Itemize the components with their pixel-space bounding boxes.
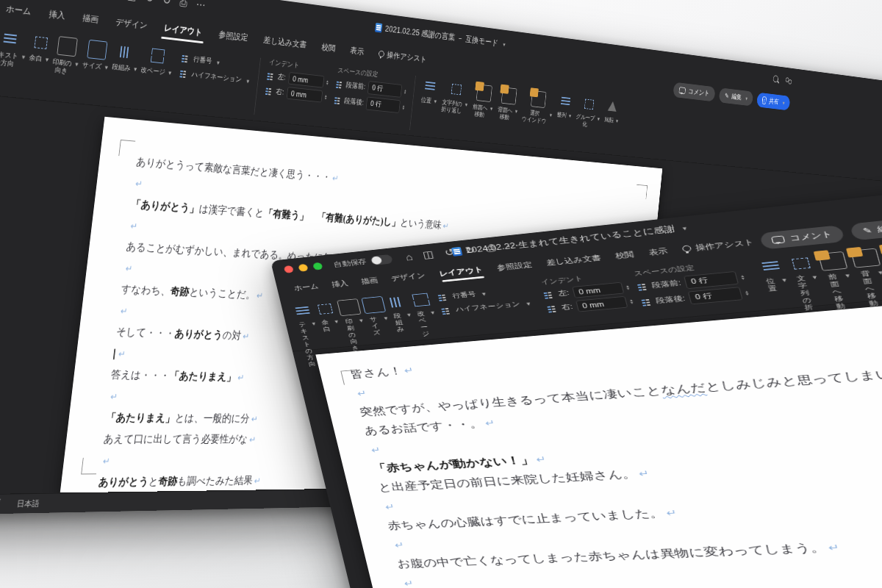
people-icon[interactable] — [785, 77, 792, 85]
search-icon[interactable] — [772, 75, 778, 82]
ribbon-button-icon — [292, 303, 314, 319]
desktop-stage: 自動保存 ⌂◫↺↻⎙⋯ 2021.02.25 感謝の言葉 － 互換モード ホーム… — [0, 0, 882, 588]
more-icon[interactable]: ⋯ — [196, 0, 207, 12]
ribbon-button-icon — [531, 90, 546, 108]
chevron-down-icon — [432, 98, 437, 105]
chevron-down-icon — [523, 299, 531, 306]
ribbon-button-余白[interactable]: 余白 — [24, 29, 51, 97]
indent-icon — [265, 87, 274, 95]
ribbon-button-icon — [559, 93, 573, 110]
chevron-down-icon — [875, 269, 882, 277]
home-icon[interactable]: ⌂ — [404, 251, 414, 262]
tab-挿入[interactable]: 挿入 — [323, 275, 356, 293]
ribbon-button-icon — [57, 36, 78, 57]
print-icon[interactable]: ⎙ — [484, 242, 497, 254]
stepper-icon[interactable]: ▴▾ — [741, 274, 745, 279]
minimize-button[interactable] — [298, 264, 308, 272]
chevron-down-icon[interactable] — [501, 39, 506, 49]
tab-校閲[interactable]: 校閲 — [606, 245, 644, 265]
text-run: あえて口に出して言う必要性がな — [103, 433, 248, 445]
ribbon-button-icon — [757, 257, 784, 275]
chevron-down-icon[interactable] — [679, 223, 688, 232]
undo-icon[interactable]: ↺ — [145, 0, 154, 5]
spacing-icon — [637, 282, 649, 290]
chevron-down-icon — [331, 318, 339, 326]
layout-button-group: テキスト の方向 余白 印刷の 向き サイズ 段組み — [290, 288, 440, 348]
close-button[interactable] — [284, 265, 294, 273]
ribbon-button-印刷の向き[interactable]: 印刷の 向き — [48, 32, 82, 100]
paragraph-mark-icon: ↵ — [249, 434, 257, 445]
stepper-icon[interactable]: ▴▾ — [626, 284, 630, 290]
tab-校閲[interactable]: 校閲 — [313, 36, 344, 59]
share-button[interactable]: ↑ 共有 — [756, 92, 790, 110]
ribbon-button-背面へ移動[interactable]: 背面へ 移動 — [495, 83, 520, 143]
save-icon[interactable]: ◫ — [127, 0, 138, 3]
ribbon-button-テキストの方向[interactable]: テキスト の方向 — [0, 24, 29, 95]
ribbon-button-改ページ[interactable]: 改ページ — [137, 42, 175, 110]
text-run: 答えは・・・ — [110, 369, 170, 381]
ribbon-button-位置[interactable]: 位置 — [756, 254, 793, 307]
stepper-icon[interactable]: ▴▾ — [402, 104, 404, 110]
comment-icon — [679, 87, 686, 94]
more-icon[interactable]: ⋯ — [505, 240, 520, 252]
ribbon-button-前面へ移動[interactable]: 前面へ 移動 — [469, 80, 495, 140]
tab-ホーム[interactable]: ホーム — [286, 278, 327, 296]
chevron-down-icon — [132, 65, 137, 74]
tab-表示[interactable]: 表示 — [342, 40, 372, 62]
tab-描画[interactable]: 描画 — [73, 7, 108, 31]
comments-button[interactable]: コメント — [673, 82, 716, 101]
text-run: ということだ。 — [189, 287, 256, 301]
divider — [254, 58, 262, 115]
redo-icon[interactable]: ↻ — [162, 0, 172, 7]
spacing-icon — [336, 80, 344, 88]
paragraph-mark-icon: ↵ — [125, 263, 133, 274]
ribbon-button-グループ化[interactable]: グループ 化 — [573, 92, 602, 151]
tab-ホーム[interactable]: ホーム — [0, 0, 41, 24]
line-number-button[interactable]: 行番号 — [182, 53, 252, 71]
ribbon-button-整列[interactable]: 整列 — [553, 90, 573, 148]
save-icon[interactable]: ◫ — [422, 248, 436, 261]
ribbon-button-背面へ移動[interactable]: 背面へ 移動 — [849, 244, 882, 298]
ribbon-button-サイズ[interactable]: サイズ — [78, 35, 111, 103]
chevron-down-icon — [513, 108, 517, 115]
tab-表示[interactable]: 表示 — [639, 242, 678, 261]
edit-mode-button[interactable]: ✎ 編集 — [719, 87, 753, 106]
print-icon[interactable]: ⎙ — [179, 0, 188, 10]
chevron-down-icon — [356, 318, 364, 325]
text-run: 「有難う」 — [263, 207, 309, 221]
paragraph-mark-icon: ↵ — [370, 445, 382, 455]
stepper-icon[interactable]: ▴▾ — [325, 94, 327, 99]
hyphenation-button[interactable]: ハイフネーション — [179, 68, 250, 85]
stepper-icon[interactable]: ▴▾ — [630, 298, 634, 304]
language-indicator[interactable]: 日本語 — [16, 498, 40, 509]
tab-参照設定[interactable]: 参照設定 — [209, 24, 257, 49]
undo-icon[interactable]: ↺ — [443, 246, 456, 258]
stepper-icon[interactable]: ▴▾ — [326, 79, 329, 85]
ribbon-button-段組み[interactable]: 段組み — [107, 38, 140, 106]
indent-group: インデント 左: 0 mm ▴▾ 右: 0 mm ▴▾ — [262, 56, 330, 124]
tab-デザイン[interactable]: デザイン — [106, 10, 157, 37]
toggle-knob-icon[interactable] — [370, 254, 393, 265]
chevron-down-icon — [404, 312, 412, 319]
crop-mark-icon — [340, 370, 361, 385]
autosave-toggle[interactable]: 自動保存 — [333, 254, 393, 269]
paragraph-mark-icon: ↵ — [384, 502, 396, 512]
paragraph-mark-icon: ↵ — [827, 542, 841, 553]
tab-挿入[interactable]: 挿入 — [39, 2, 75, 27]
zoom-button[interactable] — [312, 262, 323, 270]
chevron-down-icon — [166, 69, 172, 77]
ribbon-button-文字列の折り返し[interactable]: 文字列の 折り返し — [438, 76, 470, 138]
tab-描画[interactable]: 描画 — [353, 271, 387, 290]
word-doc-icon — [375, 23, 382, 33]
chevron-down-icon — [842, 272, 850, 280]
stepper-icon[interactable]: ▴▾ — [404, 89, 406, 94]
redo-icon[interactable]: ↻ — [464, 244, 476, 257]
ribbon-button-回転[interactable]: 回転 — [601, 96, 620, 153]
ribbon-button-位置[interactable]: 位置 — [417, 74, 440, 135]
ribbon-button-icon — [337, 298, 361, 316]
hyphenation-button[interactable]: ハイフネーション — [441, 298, 531, 315]
stepper-icon[interactable]: ▴▾ — [745, 290, 749, 295]
text-run: すなわち、 — [121, 283, 171, 296]
ribbon-button-選択ウインドウ[interactable]: 選択 ウインドウ — [520, 86, 555, 146]
hyphenation-icon — [441, 306, 453, 314]
